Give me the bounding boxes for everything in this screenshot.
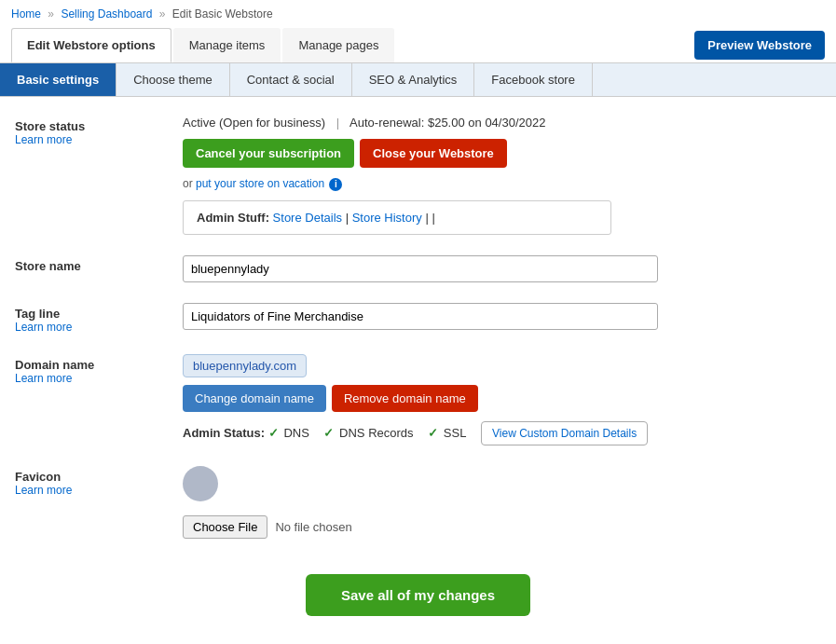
tag-line-row: Tag line Learn more (15, 303, 821, 334)
section-tab-contact-social[interactable]: Contact & social (230, 63, 352, 96)
store-name-label: Store name (15, 255, 183, 273)
domain-name-row: Domain name Learn more bluepennylady.com… (15, 354, 821, 445)
breadcrumb-home[interactable]: Home (11, 7, 41, 21)
save-row: Save all of my changes (15, 559, 821, 631)
tag-line-input[interactable] (183, 303, 658, 330)
store-details-link[interactable]: Store Details (273, 211, 342, 225)
admin-status-label: Admin Status: (183, 426, 265, 440)
breadcrumb-selling-dashboard[interactable]: Selling Dashboard (61, 7, 152, 21)
store-status-control: Active (Open for business) | Auto-renewa… (183, 116, 821, 235)
breadcrumb-current: Edit Basic Webstore (172, 7, 273, 21)
section-tab-facebook-store[interactable]: Facebook store (474, 63, 593, 96)
store-status-label: Store status Learn more (15, 116, 183, 146)
status-action-buttons: Cancel your subscription Close your Webs… (183, 139, 821, 168)
status-active-text: Active (Open for business) (183, 116, 325, 130)
breadcrumb: Home » Selling Dashboard » Edit Basic We… (0, 0, 836, 28)
admin-sep2: | | (425, 211, 434, 225)
store-name-input[interactable] (183, 255, 658, 282)
tab-manage-pages[interactable]: Manage pages (282, 28, 394, 62)
favicon-preview (183, 466, 218, 501)
store-name-row: Store name (15, 255, 821, 282)
favicon-label: Favicon Learn more (15, 466, 183, 497)
admin-status-section: Admin Status: ✓ DNS ✓ DNS Records ✓ SSL … (183, 421, 821, 445)
domain-name-learn-more[interactable]: Learn more (15, 372, 183, 385)
store-status-learn-more[interactable]: Learn more (15, 133, 183, 146)
main-content: Store status Learn more Active (Open for… (0, 97, 836, 644)
favicon-control: Choose File No file chosen (183, 466, 821, 539)
tag-line-label: Tag line Learn more (15, 303, 183, 334)
tag-line-learn-more[interactable]: Learn more (15, 321, 183, 334)
breadcrumb-sep2: » (159, 7, 169, 21)
file-input-area: Choose File No file chosen (183, 515, 821, 539)
vacation-prefix: or (183, 177, 193, 190)
dns-records-check-icon: ✓ (323, 426, 334, 440)
domain-badge: bluepennylady.com (183, 354, 307, 377)
dns-records-label: DNS Records (339, 426, 413, 440)
auto-renewal-text: Auto-renewal: $25.00 on 04/30/2022 (349, 116, 545, 130)
top-tabs-bar: Edit Webstore options Manage items Manag… (0, 28, 836, 63)
breadcrumb-sep1: » (48, 7, 57, 21)
change-domain-name-button[interactable]: Change domain name (183, 385, 326, 412)
remove-domain-name-button[interactable]: Remove domain name (332, 385, 478, 412)
vacation-line: or put your store on vacation i (183, 177, 821, 191)
status-pipe: | (336, 116, 339, 130)
tab-edit-webstore[interactable]: Edit Webstore options (11, 28, 171, 62)
choose-file-button[interactable]: Choose File (183, 515, 267, 539)
domain-name-control: bluepennylady.com Change domain name Rem… (183, 354, 821, 445)
vacation-link[interactable]: put your store on vacation (196, 177, 324, 190)
preview-webstore-button[interactable]: Preview Webstore (694, 31, 825, 60)
status-line: Active (Open for business) | Auto-renewa… (183, 116, 821, 130)
dns-check-icon: ✓ (268, 426, 279, 440)
admin-stuff-box: Admin Stuff: Store Details | Store Histo… (183, 200, 611, 235)
vacation-info-icon[interactable]: i (329, 178, 342, 191)
view-custom-domain-details-button[interactable]: View Custom Domain Details (481, 421, 648, 445)
dns-records-status: ✓ DNS Records (323, 426, 413, 440)
tab-manage-items[interactable]: Manage items (173, 28, 281, 62)
close-webstore-button[interactable]: Close your Webstore (360, 139, 507, 168)
favicon-learn-more[interactable]: Learn more (15, 484, 183, 497)
domain-action-buttons: Change domain name Remove domain name (183, 385, 821, 412)
dns-label: DNS (283, 426, 308, 440)
ssl-label: SSL (444, 426, 467, 440)
section-tab-choose-theme[interactable]: Choose theme (116, 63, 230, 96)
ssl-status: ✓ SSL (428, 426, 466, 440)
admin-stuff-label: Admin Stuff: (197, 211, 269, 225)
dns-status: ✓ DNS (268, 426, 309, 440)
section-tab-seo-analytics[interactable]: SEO & Analytics (352, 63, 475, 96)
cancel-subscription-button[interactable]: Cancel your subscription (183, 139, 354, 168)
store-history-link[interactable]: Store History (352, 211, 422, 225)
tag-line-control (183, 303, 821, 330)
admin-sep1: | (346, 211, 352, 225)
favicon-row: Favicon Learn more Choose File No file c… (15, 466, 821, 539)
store-name-control (183, 255, 821, 282)
domain-name-label: Domain name Learn more (15, 354, 183, 385)
section-tab-basic-settings[interactable]: Basic settings (0, 63, 116, 96)
save-all-changes-button[interactable]: Save all of my changes (306, 574, 530, 616)
ssl-check-icon: ✓ (428, 426, 438, 440)
store-status-row: Store status Learn more Active (Open for… (15, 116, 821, 235)
section-tabs-bar: Basic settings Choose theme Contact & so… (0, 63, 836, 97)
no-file-label: No file chosen (275, 520, 351, 534)
